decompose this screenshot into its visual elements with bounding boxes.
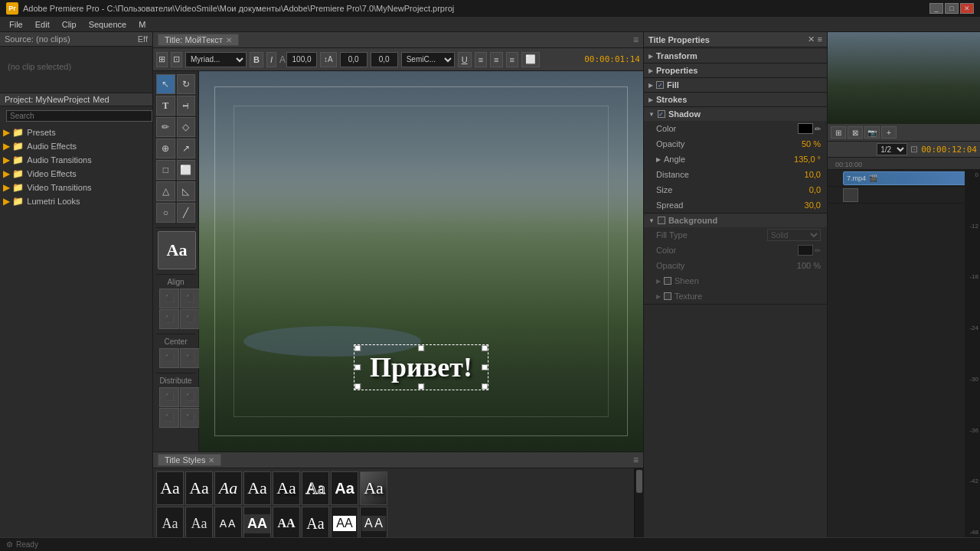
move-anchor-btn[interactable]: ⊕ (156, 139, 175, 158)
texture-checkbox[interactable]: □ (664, 292, 671, 300)
handle-br[interactable] (482, 383, 488, 390)
text-container[interactable]: Привет! (354, 344, 488, 390)
title-tab[interactable]: Title: МойТекст ✕ (158, 34, 239, 46)
shadow-header[interactable]: ▼ ✓ Shadow (644, 107, 827, 121)
styles-tab-close[interactable]: ✕ (208, 456, 214, 465)
distribute-v-btn[interactable]: ⬛ (180, 387, 200, 407)
background-header[interactable]: ▼ □ Background (644, 214, 827, 227)
media-tab[interactable]: Med (93, 95, 109, 104)
properties-close-icon[interactable]: ✕ (808, 34, 815, 44)
handle-bc[interactable] (418, 383, 424, 390)
wedge-tool-btn[interactable]: ◺ (177, 181, 196, 201)
sheen-checkbox[interactable]: □ (664, 277, 671, 285)
align-vert-btn[interactable]: ⬛ (180, 289, 200, 308)
style-item-14[interactable]: AA (331, 507, 358, 540)
arrow-tool-btn[interactable]: ↗ (177, 139, 196, 158)
clipped-rect-btn[interactable]: ⬜ (177, 160, 196, 180)
shadow-color-swatch[interactable] (798, 123, 813, 134)
title-tab-close[interactable]: ✕ (226, 36, 232, 44)
underline-button[interactable]: U (458, 52, 472, 67)
title-safe-zone-btn[interactable]: ⊞ (156, 52, 168, 67)
canvas-text[interactable]: Привет! (370, 351, 472, 383)
tree-item-video-transitions[interactable]: ▶ 📁 Video Transitions (0, 181, 152, 194)
align-left-btn[interactable]: ≡ (475, 52, 487, 67)
monitor-btn-1[interactable]: ⊞ (831, 126, 846, 139)
align-right-btn[interactable]: ≡ (506, 52, 518, 67)
style-item-12[interactable]: AA (273, 507, 300, 540)
fill-checkbox[interactable]: ✓ (656, 81, 664, 89)
minimize-button[interactable]: _ (929, 3, 943, 14)
shadow-angle-value[interactable]: 135,0 ° (775, 155, 821, 164)
track-clip-2[interactable] (843, 188, 858, 202)
style-item-0[interactable]: Aa (156, 471, 184, 505)
panel-menu-icon[interactable]: ≡ (633, 34, 639, 45)
align-left-edge-btn[interactable]: ⬛ (159, 309, 179, 329)
styles-scrollbar[interactable] (634, 468, 643, 543)
style-item-3[interactable]: Aa (243, 471, 271, 505)
fit-icon[interactable]: ⊡ (910, 144, 918, 155)
pen-tool-btn[interactable]: ✏ (156, 117, 175, 137)
italic-button[interactable]: I (266, 52, 276, 67)
title-center-btn[interactable]: ⊡ (171, 52, 182, 67)
style-item-15[interactable]: A A (360, 507, 387, 540)
handle-tr[interactable] (482, 345, 488, 351)
shadow-size-value[interactable]: 0,0 (775, 185, 821, 194)
style-item-6[interactable]: Aa (331, 471, 358, 505)
bold-button[interactable]: B (250, 52, 263, 67)
rotate-tool-btn[interactable]: ↻ (177, 74, 196, 94)
track-clip-1[interactable]: 7.mp4 🎬 (843, 171, 972, 185)
shadow-opacity-value[interactable]: 50 % (775, 139, 821, 148)
handle-tl[interactable] (354, 345, 361, 351)
ellipse-tool-btn[interactable]: ○ (156, 203, 175, 223)
select-tool-btn[interactable]: ↖ (156, 74, 175, 94)
tree-item-audio-transitions[interactable]: ▶ 📁 Audio Transitions (0, 153, 152, 167)
handle-tc[interactable] (418, 345, 424, 351)
properties-menu-icon[interactable]: ≡ (818, 34, 822, 44)
rect-tool-btn[interactable]: □ (156, 160, 175, 180)
kerning-input[interactable] (340, 52, 368, 67)
styles-tab[interactable]: Title Styles ✕ (158, 454, 221, 466)
menu-sequence[interactable]: Sequence (83, 17, 133, 32)
maximize-button[interactable]: □ (945, 3, 959, 14)
zoom-select[interactable]: 1/2 (877, 143, 907, 155)
background-checkbox[interactable]: □ (658, 217, 665, 224)
triangle-tool-btn[interactable]: △ (156, 181, 175, 201)
distribute-h-btn[interactable]: ⬛ (159, 387, 179, 407)
anchor-tool-btn[interactable]: ◇ (177, 117, 196, 137)
tree-item-video-effects[interactable]: ▶ 📁 Video Effects (0, 167, 152, 181)
title-canvas[interactable]: Привет! (199, 71, 643, 452)
vertical-text-btn[interactable]: T (177, 96, 196, 116)
background-filltype-select[interactable]: Solid (767, 229, 821, 241)
properties-header[interactable]: ▶ Properties (644, 64, 827, 77)
distribute-right-btn[interactable]: ⬛ (180, 408, 200, 428)
shadow-distance-value[interactable]: 10,0 (775, 170, 821, 179)
style-item-5[interactable]: Aa (302, 471, 329, 505)
shadow-checkbox[interactable]: ✓ (658, 110, 665, 118)
tree-item-audio-effects[interactable]: ▶ 📁 Audio Effects (0, 139, 152, 153)
line-tool-btn[interactable]: ╱ (177, 203, 196, 223)
style-item-9[interactable]: Aa (185, 507, 213, 540)
text-selection-box[interactable]: Привет! (354, 344, 488, 390)
center-v-btn[interactable]: ⬛ (180, 348, 200, 368)
style-item-10[interactable]: AA (214, 507, 242, 540)
font-style-select[interactable]: SemiC... (401, 52, 455, 67)
tree-item-lumetri[interactable]: ▶ 📁 Lumetri Looks (0, 194, 152, 208)
monitor-btn-2[interactable]: ⊠ (848, 126, 863, 139)
text-direction-btn[interactable]: ⬜ (521, 52, 540, 67)
menu-edit[interactable]: Edit (29, 17, 56, 32)
align-center-btn[interactable]: ≡ (490, 52, 502, 67)
handle-bl[interactable] (354, 383, 361, 390)
menu-file[interactable]: File (3, 17, 29, 32)
style-item-8[interactable]: Aa (156, 507, 184, 540)
search-input[interactable] (6, 110, 152, 122)
shadow-spread-value[interactable]: 30,0 (775, 201, 821, 210)
style-item-7[interactable]: Aa (360, 471, 387, 505)
spacing-icon[interactable]: ↕A (320, 52, 337, 67)
close-button[interactable]: ✕ (960, 3, 974, 14)
style-item-11[interactable]: AA (243, 507, 271, 540)
styles-panel-menu[interactable]: ≡ (633, 455, 639, 465)
font-size-input[interactable] (286, 52, 317, 67)
styles-scrollbar-thumb[interactable] (636, 470, 642, 493)
shadow-angle-expand[interactable]: ▶ (656, 156, 661, 163)
texture-expand[interactable]: ▶ (656, 293, 661, 300)
